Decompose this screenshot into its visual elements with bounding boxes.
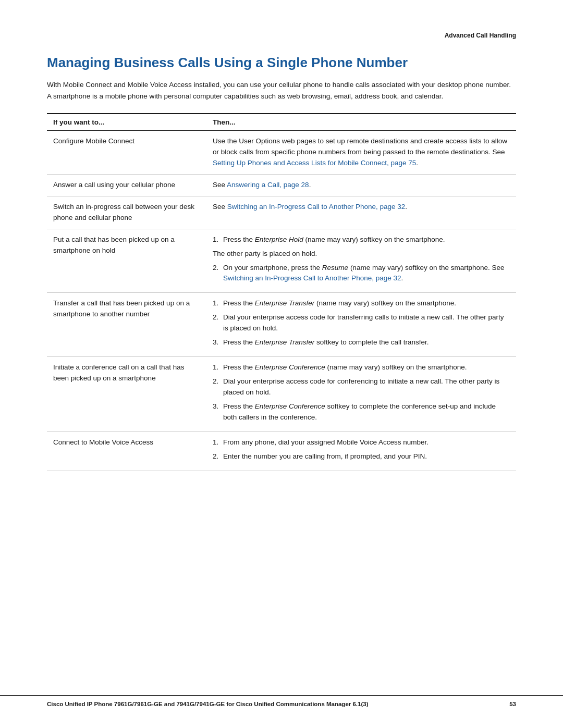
col2-cell-6: 1.From any phone, dial your assigned Mob…: [206, 431, 516, 471]
list-item: The other party is placed on hold.: [213, 249, 510, 260]
table-row: Configure Mobile ConnectUse the User Opt…: [47, 131, 516, 175]
page: Advanced Call Handling Managing Business…: [0, 0, 563, 728]
col1-cell-1: Answer a call using your cellular phone: [47, 174, 206, 196]
list-item: 1.Press the Enterprise Hold (name may va…: [213, 235, 510, 245]
footer-page-number: 53: [509, 701, 516, 707]
col1-cell-5: Initiate a conference call on a call tha…: [47, 357, 206, 432]
table-row: Put a call that has been picked up on a …: [47, 229, 516, 293]
content-table: If you want to... Then... Configure Mobi…: [47, 113, 516, 471]
list-item: 2.On your smartphone, press the Resume (…: [213, 263, 510, 285]
list-item: 1.Press the Enterprise Transfer (name ma…: [213, 298, 510, 309]
col2-cell-4: 1.Press the Enterprise Transfer (name ma…: [206, 293, 516, 357]
list-item: 1.From any phone, dial your assigned Mob…: [213, 437, 510, 448]
table-row: Switch an in-progress call between your …: [47, 196, 516, 229]
col2-cell-3: 1.Press the Enterprise Hold (name may va…: [206, 229, 516, 293]
col1-cell-2: Switch an in-progress call between your …: [47, 196, 206, 229]
col2-header: Then...: [206, 114, 516, 131]
page-title: Managing Business Calls Using a Single P…: [47, 55, 516, 71]
header-label: Advanced Call Handling: [445, 32, 516, 39]
list-item: 2.Dial your enterprise access code for t…: [213, 312, 510, 334]
col1-header: If you want to...: [47, 114, 206, 131]
table-row: Answer a call using your cellular phoneS…: [47, 174, 516, 196]
col1-cell-4: Transfer a call that has been picked up …: [47, 293, 206, 357]
table-header-row: If you want to... Then...: [47, 114, 516, 131]
table-row: Initiate a conference call on a call tha…: [47, 357, 516, 432]
page-header: Advanced Call Handling: [47, 31, 516, 39]
col1-cell-0: Configure Mobile Connect: [47, 131, 206, 175]
col2-cell-5: 1.Press the Enterprise Conference (name …: [206, 357, 516, 432]
col1-cell-3: Put a call that has been picked up on a …: [47, 229, 206, 293]
list-item: 3.Press the Enterprise Transfer softkey …: [213, 337, 510, 348]
col2-cell-1: See Answering a Call, page 28.: [206, 174, 516, 196]
table-row: Connect to Mobile Voice Access1.From any…: [47, 431, 516, 471]
col1-cell-6: Connect to Mobile Voice Access: [47, 431, 206, 471]
page-footer: Cisco Unified IP Phone 7961G/7961G-GE an…: [0, 695, 563, 707]
list-item: 1.Press the Enterprise Conference (name …: [213, 362, 510, 373]
intro-paragraph: With Mobile Connect and Mobile Voice Acc…: [47, 79, 516, 102]
footer-text: Cisco Unified IP Phone 7961G/7961G-GE an…: [47, 701, 369, 707]
list-item: 2.Dial your enterprise access code for c…: [213, 376, 510, 398]
list-item: 2.Enter the number you are calling from,…: [213, 451, 510, 462]
list-item: 3.Press the Enterprise Conference softke…: [213, 401, 510, 423]
col2-cell-0: Use the User Options web pages to set up…: [206, 131, 516, 175]
table-row: Transfer a call that has been picked up …: [47, 293, 516, 357]
col2-cell-2: See Switching an In-Progress Call to Ano…: [206, 196, 516, 229]
